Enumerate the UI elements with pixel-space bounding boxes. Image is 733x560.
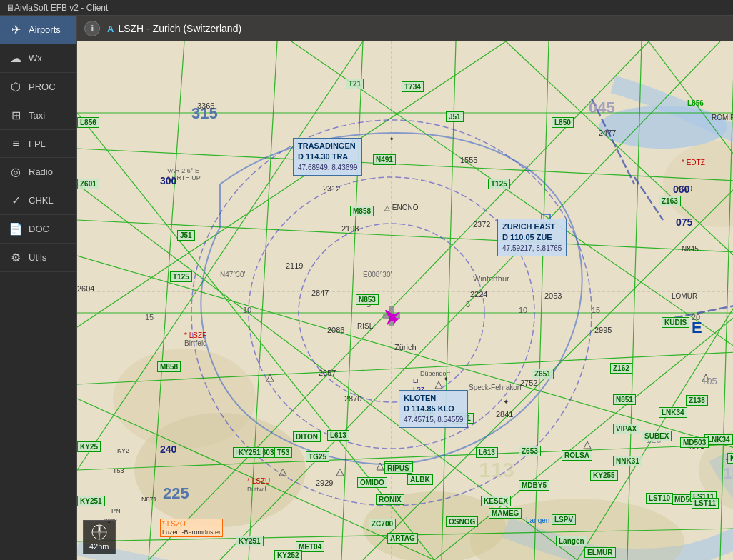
sidebar-item-proc[interactable]: ⬡ PROC xyxy=(0,73,76,101)
wp-KY255: KY255 xyxy=(590,470,618,481)
airport-info: A LSZH - Zurich (Switzerland) xyxy=(107,23,241,34)
wp-ALBK: ALBK xyxy=(407,474,433,485)
wp-KY251c: KY251 xyxy=(727,453,733,464)
chkl-icon: ✓ xyxy=(9,194,23,207)
wp-LST11: LST11 xyxy=(692,498,719,509)
wp-KY251b: KY251 xyxy=(236,536,264,546)
sidebar-item-taxi[interactable]: ⊞ Taxi xyxy=(0,101,76,130)
compass-icon: N xyxy=(91,524,108,541)
app-icon: 🖥 xyxy=(6,3,14,13)
svg-text:N47°30': N47°30' xyxy=(220,271,245,279)
sidebar-label-wx: Wx xyxy=(29,53,42,64)
wp-L856b: L856 xyxy=(77,117,99,128)
wp-KY25: KY25 xyxy=(77,441,101,452)
svg-text:PN: PN xyxy=(111,507,121,514)
wp-MAMEG: MAMEG xyxy=(489,508,522,519)
wp-OMIDO: OMIDO xyxy=(357,477,387,488)
wp-OSNOG: OSNOG xyxy=(446,516,478,527)
lszo-label: * LSZOLuzern-Beromünster xyxy=(160,519,223,537)
wp-RIPUS: RIPUS xyxy=(384,463,412,474)
sidebar-item-radio[interactable]: ◎ Radio xyxy=(0,158,76,186)
wp-T21: T21 xyxy=(346,79,364,89)
svg-text:ROMIR: ROMIR xyxy=(712,114,733,121)
svg-text:10: 10 xyxy=(243,306,251,314)
wp-N853: N853 xyxy=(356,294,379,305)
proc-icon: ⬡ xyxy=(9,80,23,94)
wp-M858b: M858 xyxy=(157,361,181,372)
sidebar-label-chkl: CHKL xyxy=(29,195,54,206)
wp-LNK34: LNK34 xyxy=(659,407,687,418)
wp-Z163: Z163 xyxy=(659,196,681,206)
svg-text:5: 5 xyxy=(466,300,470,309)
svg-text:LF: LF xyxy=(413,377,421,384)
wp-TG25: TG25 xyxy=(306,451,329,462)
wp-ARTAG: ARTAG xyxy=(387,533,418,544)
sidebar-label-fpl: FPL xyxy=(29,139,46,149)
edtz-label: * EDTZ xyxy=(682,159,705,166)
svg-text:LS7: LS7 xyxy=(413,386,424,393)
svg-text:315: 315 xyxy=(191,104,218,122)
sidebar-item-doc[interactable]: 📄 DOC xyxy=(0,215,76,244)
wp-T125b: T125 xyxy=(170,271,192,282)
wp-ZC700: ZC700 xyxy=(369,519,396,529)
svg-text:300: 300 xyxy=(160,175,177,186)
wp-T125: T125 xyxy=(488,179,510,189)
wp-ELMUR: ELMUR xyxy=(584,547,616,558)
svg-text:Zürich: Zürich xyxy=(394,343,417,351)
wp-N851: N851 xyxy=(613,394,636,405)
wp-M858: M858 xyxy=(350,206,374,216)
sidebar-item-utils[interactable]: ⚙ Utils xyxy=(0,244,76,272)
svg-text:N845: N845 xyxy=(682,245,699,253)
svg-text:✦: ✦ xyxy=(389,135,394,143)
wp-KY251: KY251 xyxy=(236,447,264,458)
wp-KY251d: KY251 xyxy=(77,496,105,506)
wp-KY252: KY252 xyxy=(274,550,302,560)
svg-text:RISLI: RISLI xyxy=(357,322,375,330)
wp-Z671: Z671 xyxy=(452,413,474,424)
svg-text:Winterthur: Winterthur xyxy=(473,274,509,283)
svg-text:N871: N871 xyxy=(141,496,157,503)
sidebar-item-chkl[interactable]: ✓ CHKL xyxy=(0,186,76,215)
svg-text:20: 20 xyxy=(692,313,700,321)
wp-KUDIS: KUDIS xyxy=(662,317,689,328)
wp-SUBEX: SUBEX xyxy=(642,431,672,441)
wp-Z601: Z601 xyxy=(77,179,99,189)
utils-icon: ⚙ xyxy=(9,251,23,264)
sidebar-label-doc: DOC xyxy=(29,224,49,234)
svg-text:VAR 2.6° E: VAR 2.6° E xyxy=(167,167,199,174)
wp-MD503: MD503 xyxy=(680,437,709,448)
wp-Z653: Z653 xyxy=(519,446,541,456)
wp-DITON: DITON xyxy=(293,431,321,442)
sidebar-item-airports[interactable]: ✈ Airports xyxy=(0,16,76,44)
svg-text:15: 15 xyxy=(145,313,154,321)
radio-icon: ◎ xyxy=(9,165,23,179)
svg-point-3 xyxy=(113,349,256,449)
sidebar-item-fpl[interactable]: ≡ FPL xyxy=(0,130,76,158)
fpl-icon: ≡ xyxy=(9,137,23,150)
svg-text:LOMUR: LOMUR xyxy=(672,292,697,300)
svg-text:Speck-Fehraltorf: Speck-Fehraltorf xyxy=(469,384,522,391)
map-canvas[interactable]: N47°30' E008°30' xyxy=(77,41,733,560)
svg-text:KY2: KY2 xyxy=(117,447,129,454)
map-svg: N47°30' E008°30' xyxy=(77,41,733,560)
map-area[interactable]: ℹ A LSZH - Zurich (Switzerland) xyxy=(77,16,733,560)
sidebar-label-radio: Radio xyxy=(29,166,53,177)
wp-LSMD: LSMD xyxy=(412,410,437,421)
lszu-label: * LSZUButtwil xyxy=(247,477,270,493)
wp-ROLSA: ROLSA xyxy=(562,450,592,461)
wp-Langen: Langen xyxy=(556,536,587,546)
info-button[interactable]: ℹ xyxy=(84,21,100,36)
wp-Z162: Z162 xyxy=(610,363,632,374)
svg-text:045: 045 xyxy=(589,99,615,116)
svg-text:225: 225 xyxy=(163,484,189,502)
titlebar: 🖥 AivlaSoft EFB v2 - Client xyxy=(0,0,733,16)
svg-text:E008°30': E008°30' xyxy=(363,271,392,279)
wp-L613b: L613 xyxy=(476,447,498,458)
sidebar-item-wx[interactable]: ☁ Wx xyxy=(0,44,76,73)
airport-name: LSZH - Zurich (Switzerland) xyxy=(118,23,241,34)
wp-NNK31: NNK31 xyxy=(613,456,642,466)
svg-text:✦: ✦ xyxy=(503,398,509,406)
svg-text:240: 240 xyxy=(160,444,177,455)
svg-text:△ ENONO: △ ENONO xyxy=(384,204,419,211)
sidebar-label-taxi: Taxi xyxy=(29,110,45,121)
